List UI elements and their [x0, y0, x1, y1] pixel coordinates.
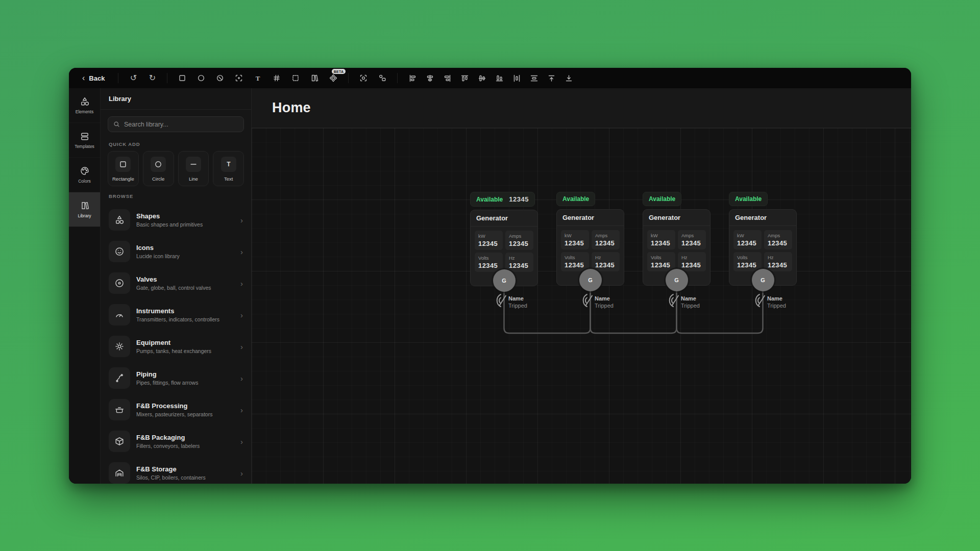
quick-add-label: Rectangle	[112, 176, 134, 182]
align-center-horizontal-button[interactable]	[423, 71, 436, 85]
diagram-canvas[interactable]: Available 12345 Generator kW 12345	[252, 128, 911, 484]
sidebar-item-elements[interactable]: Elements	[69, 88, 100, 123]
sidebar-item-colors[interactable]: Colors	[69, 158, 100, 192]
align-top-button[interactable]	[458, 71, 471, 85]
category-text: F&B Processing Mixers, pasteurizers, sep…	[136, 402, 234, 417]
distribute-horizontal-icon	[513, 74, 521, 82]
distribute-vertical-button[interactable]	[527, 71, 541, 85]
stat-value: 12345	[651, 261, 672, 269]
library-search[interactable]	[108, 116, 244, 132]
category-title: F&B Storage	[136, 465, 234, 473]
sidebar-item-library[interactable]: Library	[69, 192, 100, 227]
library-category-item[interactable]: Piping Pipes, fittings, flow arrows ›	[101, 362, 251, 394]
circle-slash-tool-button[interactable]	[213, 71, 227, 85]
stat-cell: Volts 12345	[475, 253, 503, 272]
library-category-item[interactable]: F&B Packaging Fillers, conveyors, labele…	[101, 425, 251, 457]
layout-icon	[80, 132, 89, 141]
sidebar-item-templates[interactable]: Templates	[69, 123, 100, 158]
generator-name: Generator	[643, 210, 710, 226]
rail-label: Colors	[78, 179, 91, 184]
category-text: Shapes Basic shapes and primitives	[136, 212, 234, 228]
text-icon: T	[254, 74, 262, 82]
group-tool-button[interactable]	[376, 71, 389, 85]
circle-tool-button[interactable]	[194, 71, 208, 85]
distribute-horizontal-button[interactable]	[510, 71, 523, 85]
redo-button[interactable]: ↻	[145, 71, 159, 85]
breaker-symbol[interactable]	[576, 293, 593, 310]
rectangle-tool-button[interactable]	[176, 71, 189, 85]
generator-symbol-node[interactable]: G	[752, 269, 774, 291]
generator-symbol-node[interactable]: G	[666, 269, 688, 291]
stat-cell: kW 12345	[733, 230, 762, 249]
back-button[interactable]: ‹ Back	[77, 71, 110, 85]
chevron-right-icon: ›	[240, 311, 243, 319]
breaker-symbol[interactable]	[748, 293, 766, 310]
category-text: Icons Lucide icon library	[136, 244, 234, 259]
search-input[interactable]	[124, 121, 238, 128]
generator-card[interactable]: Generator kW 12345 Amps 12345	[556, 209, 624, 286]
quick-add-label: QUICK ADD	[109, 141, 243, 147]
generator-card[interactable]: Generator kW 12345 Amps 12345	[729, 209, 797, 286]
category-icon-tile	[109, 367, 130, 389]
breaker-state: Tripped	[681, 303, 700, 309]
undo-button[interactable]: ↺	[127, 71, 140, 85]
align-center-vertical-button[interactable]	[475, 71, 488, 85]
quick-add-card[interactable]: Line	[178, 151, 209, 186]
transform-tool-button[interactable]	[357, 71, 370, 85]
stat-label: kW	[478, 233, 499, 239]
stat-label: Volts	[737, 255, 758, 260]
status-label: Available	[476, 196, 503, 203]
transform-group	[357, 71, 389, 85]
align-top-icon	[461, 74, 469, 82]
generator-stats: kW 12345 Amps 12345 Volts 12345	[643, 226, 710, 276]
move-to-top-button[interactable]	[545, 71, 558, 85]
library-category-item[interactable]: Valves Gate, globe, ball, control valves…	[101, 267, 251, 299]
search-icon	[113, 121, 120, 128]
quick-add-card[interactable]: Text	[213, 151, 244, 186]
generator-unit[interactable]: Available Generator kW 12345	[729, 192, 797, 286]
rail-label: Templates	[75, 144, 94, 149]
align-bottom-button[interactable]	[493, 71, 506, 85]
category-text: Equipment Pumps, tanks, heat exchangers	[136, 339, 234, 354]
library-category-item[interactable]: Instruments Transmitters, indicators, co…	[101, 299, 251, 331]
library-category-item[interactable]: F&B Processing Mixers, pasteurizers, sep…	[101, 394, 251, 425]
library-category-item[interactable]: Shapes Basic shapes and primitives ›	[101, 204, 251, 236]
stat-label: kW	[651, 233, 672, 238]
generator-symbol-node[interactable]: G	[579, 269, 602, 291]
library-category-item[interactable]: Icons Lucide icon library ›	[101, 236, 251, 267]
stat-value: 12345	[681, 261, 702, 269]
library-category-item[interactable]: Equipment Pumps, tanks, heat exchangers …	[101, 331, 251, 362]
generator-unit[interactable]: Available Generator kW 12345	[556, 192, 624, 286]
generator-card[interactable]: Generator kW 12345 Amps 12345	[470, 210, 538, 286]
components-tool-button[interactable]: BETA	[327, 71, 340, 85]
move-to-bottom-button[interactable]	[562, 71, 575, 85]
align-left-icon	[409, 74, 416, 82]
quick-add-card[interactable]: Circle	[143, 151, 174, 186]
generator-unit[interactable]: Available 12345 Generator kW 12345	[470, 192, 538, 286]
chevron-right-icon: ›	[240, 247, 243, 256]
stat-value: 12345	[681, 239, 702, 247]
back-label: Back	[89, 74, 105, 82]
breaker-state: Tripped	[595, 303, 614, 309]
category-text: F&B Packaging Fillers, conveyors, labele…	[136, 434, 234, 449]
breaker-symbol[interactable]	[662, 293, 679, 310]
quick-add-card[interactable]: Rectangle	[108, 151, 139, 186]
stat-cell: Hz 12345	[678, 252, 706, 271]
chevron-left-icon: ‹	[82, 74, 85, 82]
library-tool-button[interactable]	[308, 71, 321, 85]
generator-unit[interactable]: Available Generator kW 12345	[643, 192, 710, 286]
top-toolbar: ‹ Back ↺ ↻ T BETA	[69, 68, 911, 88]
frame-tool-button[interactable]	[289, 71, 302, 85]
quick-add-tile	[115, 157, 131, 172]
hash-tool-button[interactable]	[270, 71, 283, 85]
align-right-button[interactable]	[440, 71, 454, 85]
toolbar-divider	[167, 73, 167, 83]
stat-cell: Volts 12345	[647, 252, 675, 271]
focus-tool-button[interactable]	[232, 71, 246, 85]
breaker-symbol[interactable]	[489, 293, 507, 310]
generator-symbol-node[interactable]: G	[493, 269, 516, 292]
align-left-button[interactable]	[406, 71, 419, 85]
text-tool-button[interactable]: T	[251, 71, 264, 85]
library-category-item[interactable]: F&B Storage Silos, CIP, boilers, contain…	[101, 457, 251, 484]
generator-card[interactable]: Generator kW 12345 Amps 12345	[643, 209, 710, 286]
